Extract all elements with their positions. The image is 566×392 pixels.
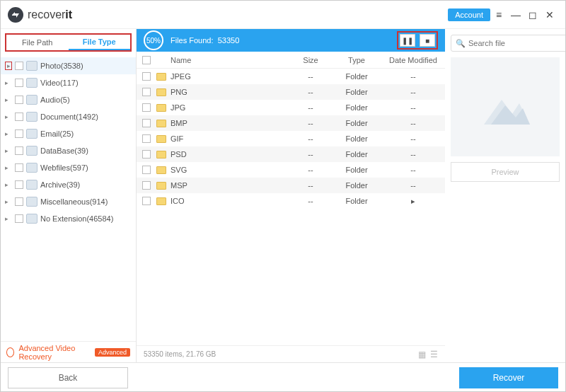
row-checkbox[interactable] <box>142 119 151 127</box>
chevron-right-icon[interactable]: ▸ <box>5 79 12 86</box>
table-row[interactable]: PSD--Folder-- <box>137 146 445 162</box>
cell-type: Folder <box>332 197 381 205</box>
table-row[interactable]: JPEG--Folder-- <box>137 69 445 84</box>
category-checkbox[interactable] <box>15 62 23 70</box>
back-button[interactable]: Back <box>8 367 128 388</box>
tab-file-type[interactable]: File Type <box>69 35 131 50</box>
chevron-right-icon[interactable]: ▸ <box>5 113 12 120</box>
cell-type: Folder <box>332 72 381 81</box>
table-row[interactable]: BMP--Folder-- <box>137 115 445 131</box>
chevron-right-icon[interactable]: ▸ <box>5 181 12 188</box>
category-row[interactable]: ▸Video(117) <box>1 74 136 91</box>
main-pane: 50% Files Found: 53350 ❚❚ ■ Name Size Ty… <box>137 29 445 362</box>
category-row[interactable]: ▸Audio(5) <box>1 91 136 108</box>
chevron-right-icon[interactable]: ▸ <box>5 130 12 137</box>
header-size[interactable]: Size <box>289 56 332 64</box>
close-icon[interactable]: ✕ <box>541 9 558 21</box>
cell-date: -- <box>381 181 445 190</box>
table-row[interactable]: SVG--Folder-- <box>137 162 445 178</box>
folder-icon <box>156 88 166 96</box>
chevron-right-icon[interactable]: ▸ <box>5 96 12 103</box>
list-view-icon[interactable]: ☰ <box>430 350 438 359</box>
chevron-right-icon[interactable]: ▸ <box>5 215 12 222</box>
row-checkbox[interactable] <box>142 150 151 158</box>
cell-type: Folder <box>332 134 381 143</box>
select-all-checkbox[interactable] <box>142 56 151 64</box>
category-row[interactable]: ▸Email(25) <box>1 125 136 142</box>
cell-name: JPG <box>171 103 289 112</box>
category-icon <box>26 197 37 207</box>
row-checkbox[interactable] <box>142 181 151 190</box>
status-text: 53350 items, 21.76 GB <box>144 350 216 358</box>
row-checkbox[interactable] <box>142 72 151 81</box>
cell-type: Folder <box>332 88 381 96</box>
category-checkbox[interactable] <box>15 163 23 172</box>
row-checkbox[interactable] <box>142 103 151 112</box>
category-checkbox[interactable] <box>15 146 23 155</box>
chevron-right-icon[interactable]: ▸ <box>5 147 12 154</box>
cell-size: -- <box>289 197 332 205</box>
category-row[interactable]: ▸Miscellaneous(914) <box>1 193 136 210</box>
folder-icon <box>156 151 166 158</box>
category-row[interactable]: ▸Webfiles(597) <box>1 159 136 176</box>
stop-button[interactable]: ■ <box>420 34 435 47</box>
row-checkbox[interactable] <box>142 88 151 96</box>
category-icon <box>26 78 37 88</box>
grid-view-icon[interactable]: ▦ <box>418 350 426 359</box>
header-date[interactable]: Date Modified <box>381 56 445 64</box>
folder-icon <box>156 197 166 205</box>
cell-type: Folder <box>332 103 381 112</box>
cell-size: -- <box>289 119 332 127</box>
table-row[interactable]: JPG--Folder-- <box>137 100 445 115</box>
scan-bar: 50% Files Found: 53350 ❚❚ ■ <box>137 29 445 52</box>
category-checkbox[interactable] <box>15 113 23 121</box>
app-logo: recoverit <box>8 7 72 23</box>
table-row[interactable]: MSP--Folder-- <box>137 178 445 193</box>
cell-date: -- <box>381 88 445 96</box>
category-row[interactable]: ▸DataBase(39) <box>1 142 136 159</box>
maximize-icon[interactable]: ◻ <box>524 9 541 21</box>
category-row[interactable]: ▸Archive(39) <box>1 176 136 193</box>
sidebar: File Path File Type ▸Photo(3538)▸Video(1… <box>1 29 137 362</box>
tab-file-path[interactable]: File Path <box>6 35 69 50</box>
chevron-right-icon[interactable]: ▸ <box>5 62 12 70</box>
header-name[interactable]: Name <box>171 56 289 64</box>
cell-type: Folder <box>332 150 381 158</box>
category-label: Miscellaneous(914) <box>40 197 108 206</box>
table-row[interactable]: PNG--Folder-- <box>137 84 445 100</box>
chevron-right-icon[interactable]: ▸ <box>5 164 12 171</box>
category-label: DataBase(39) <box>40 146 88 155</box>
preview-button[interactable]: Preview <box>451 162 560 182</box>
category-checkbox[interactable] <box>15 96 23 104</box>
advanced-video-recovery[interactable]: Advanced Video Recovery Advanced <box>1 341 136 362</box>
folder-icon <box>156 104 166 112</box>
menu-icon[interactable]: ≡ <box>490 9 507 21</box>
chevron-right-icon[interactable]: ▸ <box>5 198 12 205</box>
category-row[interactable]: ▸No Extension(46584) <box>1 210 136 227</box>
category-checkbox[interactable] <box>15 79 23 87</box>
category-checkbox[interactable] <box>15 214 23 223</box>
pause-button[interactable]: ❚❚ <box>400 34 415 47</box>
minimize-icon[interactable]: — <box>507 9 524 21</box>
row-checkbox[interactable] <box>142 166 151 174</box>
recovery-icon <box>6 347 14 357</box>
cell-date: -- <box>381 166 445 174</box>
row-checkbox[interactable] <box>142 197 151 205</box>
category-row[interactable]: ▸Document(1492) <box>1 108 136 125</box>
search-box[interactable]: 🔍 <box>451 35 566 52</box>
header-type[interactable]: Type <box>332 56 381 64</box>
category-row[interactable]: ▸Photo(3538) <box>1 57 136 74</box>
account-button[interactable]: Account <box>448 8 490 21</box>
row-checkbox[interactable] <box>142 134 151 143</box>
search-input[interactable] <box>468 39 566 47</box>
recover-button[interactable]: Recover <box>459 367 558 388</box>
category-checkbox[interactable] <box>15 129 23 138</box>
cell-type: Folder <box>332 181 381 190</box>
cell-size: -- <box>289 181 332 190</box>
search-icon: 🔍 <box>456 39 466 48</box>
category-checkbox[interactable] <box>15 180 23 189</box>
category-checkbox[interactable] <box>15 197 23 206</box>
right-pane: 🔍 ▿ Preview <box>445 29 565 362</box>
table-row[interactable]: GIF--Folder-- <box>137 131 445 146</box>
table-row[interactable]: ICO--Folder▸ <box>137 193 445 209</box>
